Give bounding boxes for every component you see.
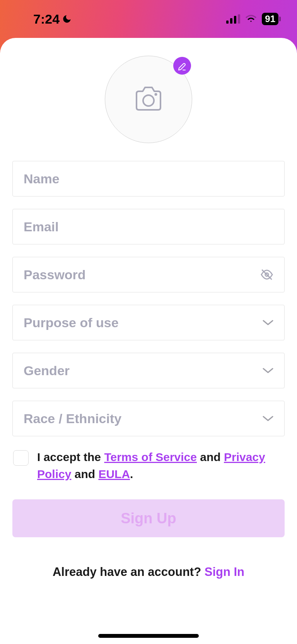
cellular-signal-icon bbox=[226, 14, 240, 24]
email-input[interactable] bbox=[24, 219, 273, 234]
svg-rect-3 bbox=[238, 14, 240, 24]
battery-indicator: 91 bbox=[262, 13, 278, 25]
status-time-group: 7:24 bbox=[33, 12, 72, 27]
gender-select[interactable]: Gender bbox=[12, 353, 285, 388]
svg-rect-1 bbox=[230, 18, 232, 24]
eye-off-icon[interactable] bbox=[260, 268, 273, 281]
name-input[interactable] bbox=[24, 171, 273, 186]
signup-button[interactable]: Sign Up bbox=[12, 499, 285, 537]
purpose-select[interactable]: Purpose of use bbox=[12, 305, 285, 340]
email-field[interactable] bbox=[12, 209, 285, 244]
purpose-label: Purpose of use bbox=[24, 315, 119, 330]
tos-link[interactable]: Terms of Service bbox=[104, 451, 197, 463]
battery-level: 91 bbox=[265, 14, 275, 24]
avatar-upload[interactable] bbox=[105, 56, 192, 143]
edit-avatar-button[interactable] bbox=[173, 57, 191, 75]
consent-text: I accept the Terms of Service and Privac… bbox=[37, 449, 284, 482]
camera-icon bbox=[133, 85, 164, 114]
race-select[interactable]: Race / Ethnicity bbox=[12, 401, 285, 436]
consent-row: I accept the Terms of Service and Privac… bbox=[12, 449, 285, 482]
moon-icon bbox=[62, 14, 72, 24]
pencil-icon bbox=[178, 61, 187, 70]
password-field[interactable] bbox=[12, 257, 285, 292]
chevron-down-icon bbox=[263, 367, 273, 374]
svg-point-5 bbox=[155, 94, 157, 95]
password-input[interactable] bbox=[24, 267, 273, 282]
signin-link[interactable]: Sign In bbox=[205, 565, 244, 579]
gender-label: Gender bbox=[24, 363, 70, 378]
home-indicator[interactable] bbox=[98, 634, 199, 638]
status-time: 7:24 bbox=[33, 12, 60, 27]
eula-link[interactable]: EULA bbox=[98, 468, 130, 480]
avatar-section bbox=[12, 56, 285, 143]
svg-point-4 bbox=[143, 95, 154, 106]
svg-line-7 bbox=[262, 270, 272, 280]
name-field[interactable] bbox=[12, 161, 285, 196]
chevron-down-icon bbox=[263, 415, 273, 422]
race-label: Race / Ethnicity bbox=[24, 411, 121, 426]
chevron-down-icon bbox=[263, 319, 273, 326]
svg-rect-2 bbox=[234, 16, 236, 24]
wifi-icon bbox=[245, 14, 257, 24]
status-right: 91 bbox=[226, 13, 278, 25]
signup-card: Purpose of use Gender Race / Ethnicity I… bbox=[0, 38, 297, 644]
footer-text: Already have an account? Sign In bbox=[12, 565, 285, 579]
svg-rect-0 bbox=[226, 20, 229, 24]
status-bar: 7:24 91 bbox=[0, 0, 297, 38]
consent-checkbox[interactable] bbox=[13, 450, 29, 466]
